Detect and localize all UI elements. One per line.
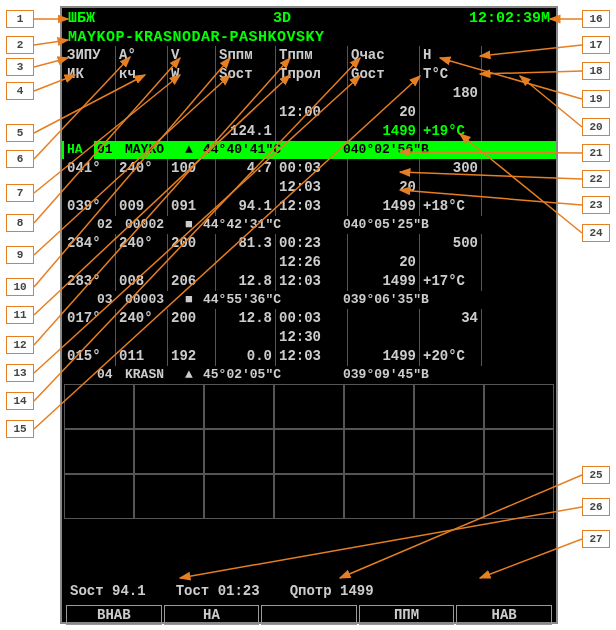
col-zipu: ЗИПУ bbox=[64, 46, 116, 65]
callout-10: 10 bbox=[6, 278, 34, 296]
wp-num: 01 bbox=[94, 141, 122, 159]
callout-7: 7 bbox=[6, 184, 34, 202]
footer-tost: Tост 01:23 bbox=[176, 583, 260, 599]
callout-2: 2 bbox=[6, 36, 34, 54]
btn-vnav[interactable]: ВНАВ bbox=[66, 605, 162, 625]
col-sppm: Sппм bbox=[216, 46, 276, 65]
top-block-r2: 12:00 20 bbox=[62, 103, 556, 122]
waypoint-3[interactable]: 0300003■44°55'36"C039°06'35"B bbox=[62, 291, 556, 309]
callout-4: 4 bbox=[6, 82, 34, 100]
wp-name: MAYKO bbox=[122, 141, 182, 159]
top-q: 20 bbox=[348, 103, 420, 122]
btn-nav[interactable]: НАВ bbox=[456, 605, 552, 625]
btn-ppm[interactable]: ППМ bbox=[359, 605, 455, 625]
footer-buttons: ВНАВ НА ППМ НАВ bbox=[62, 603, 556, 627]
callout-23: 23 bbox=[582, 196, 610, 214]
seg1-r2: 12:0320 bbox=[62, 178, 556, 197]
wp-tag: НА bbox=[64, 141, 94, 159]
callout-19: 19 bbox=[582, 90, 610, 108]
route-title: MAYKOP-KRASNODAR-PASHKOVSKY bbox=[62, 29, 556, 46]
footer-info: Sост 94.1 Tост 01:23 Qпотр 1499 bbox=[62, 579, 556, 603]
callout-9: 9 bbox=[6, 246, 34, 264]
top-time: 12:00 bbox=[276, 103, 348, 122]
col-qchas: Qчас bbox=[348, 46, 420, 65]
callout-25: 25 bbox=[582, 466, 610, 484]
header-center: 3D bbox=[273, 10, 291, 27]
seg3-r2: 12:30 bbox=[62, 328, 556, 347]
waypoint-active[interactable]: НА 01 MAYKO ▲ 44°40'41"C 040°02'56"B bbox=[62, 141, 556, 159]
callout-3: 3 bbox=[6, 58, 34, 76]
waypoint-4[interactable]: 04KRASN▲45°02'05"C039°09'45"B bbox=[62, 366, 556, 384]
col-h: H bbox=[420, 46, 482, 65]
callout-11: 11 bbox=[6, 306, 34, 324]
col-tc: T°C bbox=[420, 65, 482, 84]
col-ik: ИК bbox=[64, 65, 116, 84]
callout-24: 24 bbox=[582, 224, 610, 242]
empty-grid-2 bbox=[62, 429, 556, 474]
col-a: А° bbox=[116, 46, 168, 65]
btn-na[interactable]: НА bbox=[164, 605, 260, 625]
callout-15: 15 bbox=[6, 420, 34, 438]
callout-20: 20 bbox=[582, 118, 610, 136]
footer-sost: Sост 94.1 bbox=[70, 583, 146, 599]
header-left: ШБЖ bbox=[68, 10, 95, 27]
callout-8: 8 bbox=[6, 214, 34, 232]
col-w: W bbox=[168, 65, 216, 84]
callout-22: 22 bbox=[582, 170, 610, 188]
callout-17: 17 bbox=[582, 36, 610, 54]
col-v: V bbox=[168, 46, 216, 65]
column-header-2: ИК кч W Sост Tпрол Gост T°C bbox=[62, 65, 556, 84]
callout-12: 12 bbox=[6, 336, 34, 354]
navigation-display: ШБЖ 3D 12:02:39M MAYKOP-KRASNODAR-PASHKO… bbox=[60, 6, 558, 624]
callout-16: 16 bbox=[582, 10, 610, 28]
seg2-r1: 284°240°20081.300:23500 bbox=[62, 234, 556, 253]
col-sost: Sост bbox=[216, 65, 276, 84]
seg3-r1: 017°240°20012.800:0334 bbox=[62, 309, 556, 328]
footer-qpotr: Qпотр 1499 bbox=[290, 583, 374, 599]
wp-lon: 040°02'56"B bbox=[340, 141, 432, 159]
wp-lat: 44°40'41"C bbox=[200, 141, 340, 159]
callout-6: 6 bbox=[6, 150, 34, 168]
col-tprol: Tпрол bbox=[276, 65, 348, 84]
top-h: 180 bbox=[420, 84, 482, 103]
empty-grid-1 bbox=[62, 384, 556, 429]
col-tppm: Tппм bbox=[276, 46, 348, 65]
header-right: 12:02:39M bbox=[469, 10, 550, 27]
empty-grid-3 bbox=[62, 474, 556, 519]
top-temp: +19°C bbox=[420, 122, 482, 141]
top-block-r3: 124.1 1499 +19°C bbox=[62, 122, 556, 141]
callout-14: 14 bbox=[6, 392, 34, 410]
column-header-1: ЗИПУ А° V Sппм Tппм Qчас H bbox=[62, 46, 556, 65]
seg2-r3: 283°00820612.812:031499+17°C bbox=[62, 272, 556, 291]
col-kch: кч bbox=[116, 65, 168, 84]
callout-5: 5 bbox=[6, 124, 34, 142]
btn-blank[interactable] bbox=[261, 605, 357, 625]
col-gost: Gост bbox=[348, 65, 420, 84]
callout-26: 26 bbox=[582, 498, 610, 516]
callout-1: 1 bbox=[6, 10, 34, 28]
callout-27: 27 bbox=[582, 530, 610, 548]
top-block-r1: 180 bbox=[62, 84, 556, 103]
seg1-r1: 041°240°1004.700:03300 bbox=[62, 159, 556, 178]
seg2-r2: 12:2620 bbox=[62, 253, 556, 272]
header-bar: ШБЖ 3D 12:02:39M bbox=[62, 8, 556, 29]
callout-13: 13 bbox=[6, 364, 34, 382]
callout-18: 18 bbox=[582, 62, 610, 80]
waypoint-2[interactable]: 0200002■44°42'31"C040°05'25"B bbox=[62, 216, 556, 234]
top-g: 1499 bbox=[348, 122, 420, 141]
seg1-r3: 039°00909194.112:031499+18°C bbox=[62, 197, 556, 216]
top-s: 124.1 bbox=[216, 122, 276, 141]
callout-21: 21 bbox=[582, 144, 610, 162]
seg3-r3: 015°0111920.012:031499+20°C bbox=[62, 347, 556, 366]
